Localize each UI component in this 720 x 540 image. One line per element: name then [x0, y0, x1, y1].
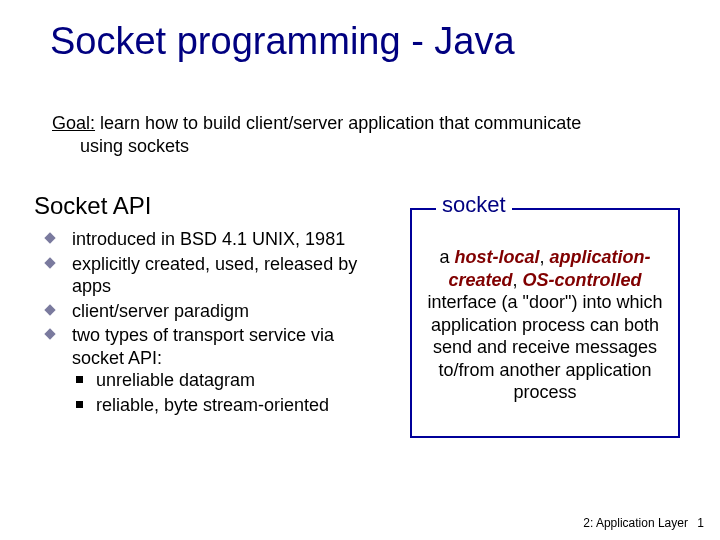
host-local-term: host-local [454, 247, 539, 267]
square-bullet-icon [76, 376, 83, 383]
diamond-bullet-icon [44, 232, 55, 243]
list-item: explicitly created, used, released by ap… [38, 253, 368, 298]
os-controlled-term: OS-controlled [523, 270, 642, 290]
bullet-text: client/server paradigm [72, 301, 249, 321]
bullet-text: two types of transport service via socke… [72, 325, 334, 368]
bullet-text: unreliable datagram [96, 370, 255, 390]
goal-text: Goal: learn how to build client/server a… [52, 112, 670, 157]
goal-line1: learn how to build client/server applica… [95, 113, 581, 133]
definition-box-text: a host-local, application-created, OS-co… [418, 246, 672, 404]
list-item: client/server paradigm [38, 300, 368, 323]
sub-list-item: unreliable datagram [72, 369, 368, 392]
diamond-bullet-icon [44, 328, 55, 339]
footer: 2: Application Layer 1 [583, 516, 704, 530]
slide-title: Socket programming - Java [50, 20, 515, 63]
square-bullet-icon [76, 401, 83, 408]
sub-list-item: reliable, byte stream-oriented [72, 394, 368, 417]
list-item: two types of transport service via socke… [38, 324, 368, 416]
goal-label: Goal: [52, 113, 95, 133]
list-item: introduced in BSD 4.1 UNIX, 1981 [38, 228, 368, 251]
bullet-text: explicitly created, used, released by ap… [72, 254, 357, 297]
footer-chapter: 2: Application Layer [583, 516, 688, 530]
slide: Socket programming - Java Goal: learn ho… [0, 0, 720, 540]
diamond-bullet-icon [44, 257, 55, 268]
subheading: Socket API [34, 192, 151, 220]
bullet-list: introduced in BSD 4.1 UNIX, 1981 explici… [38, 228, 368, 418]
bullet-text: introduced in BSD 4.1 UNIX, 1981 [72, 229, 345, 249]
definition-box-label: socket [436, 192, 512, 218]
footer-page: 1 [697, 516, 704, 530]
goal-line2: using sockets [80, 135, 670, 158]
diamond-bullet-icon [44, 304, 55, 315]
bullet-text: reliable, byte stream-oriented [96, 395, 329, 415]
